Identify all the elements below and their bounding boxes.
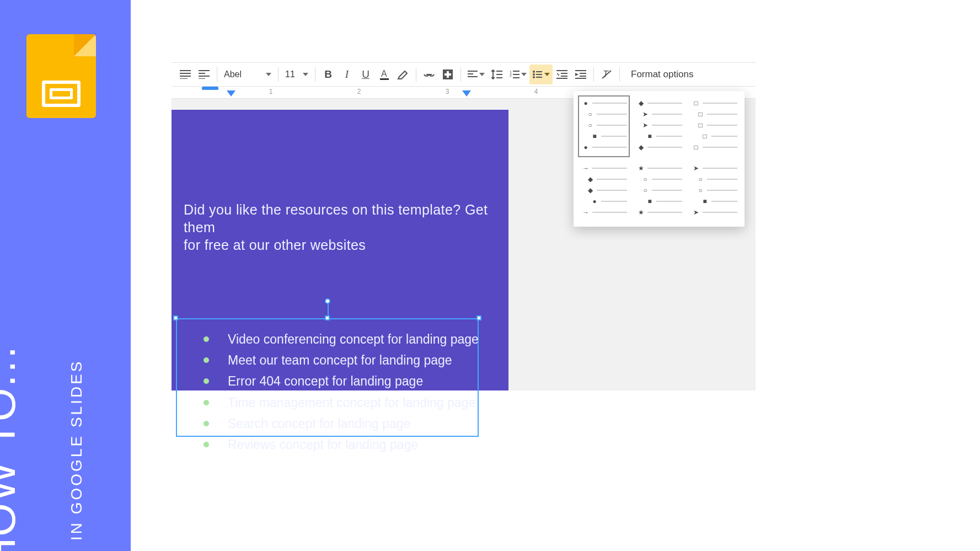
toolbar-divider [460,67,461,82]
preset-line [707,179,737,180]
chevron-down-icon [521,73,527,76]
resize-handle-nw[interactable] [173,315,178,320]
list-item: Video conferencing concept for landing p… [204,330,479,348]
line-spacing-button[interactable] [488,65,506,84]
resize-handle-ne[interactable] [476,315,481,320]
list-item: Time management concept for landing page [204,394,479,411]
preset-glyph: → [582,208,590,216]
bullet-presets-popup: ●○○■●◆➤➤■◆□□□□□→◆◆●→★○○■★➤○○■➤ [574,91,745,227]
svg-rect-29 [536,71,542,72]
chevron-down-icon [266,73,271,76]
preset-line [647,147,682,148]
align-dropdown[interactable] [464,65,488,84]
preset-glyph: ● [591,197,598,205]
chevron-down-icon [544,73,550,76]
numbered-list-dropdown[interactable]: 12 [506,65,529,84]
logo-inner-frame [42,81,81,107]
toolbar-divider [416,67,416,82]
bullet-preset-option[interactable]: →◆◆●→ [578,161,630,222]
insert-comment-button[interactable] [438,65,457,84]
bulleted-list-dropdown[interactable] [529,65,553,84]
list-item: Reviews concept for landing page [204,436,479,453]
right-indent-marker[interactable] [462,90,471,97]
bullet-preset-option[interactable]: ★○○■★ [633,161,685,222]
svg-point-26 [533,71,535,73]
preset-glyph: □ [697,110,704,118]
svg-rect-19 [496,74,502,75]
resize-handle-n[interactable] [325,315,330,320]
svg-rect-9 [380,78,389,80]
preset-glyph: ➤ [692,208,700,216]
preset-line [652,125,682,126]
preset-line [703,212,737,213]
bold-button[interactable]: B [319,65,338,84]
bullet-preset-option[interactable]: ◆➤➤■◆ [633,95,685,157]
preset-glyph: □ [701,132,709,140]
highlight-button[interactable] [394,65,413,84]
selected-textbox[interactable]: Video conferencing concept for landing p… [176,318,479,437]
format-options-button[interactable]: Format options [623,65,701,84]
preset-line [647,168,682,169]
ruler-tick: 1 [269,88,273,95]
bullet-preset-option[interactable]: □□□□□ [688,95,740,157]
preset-line [652,114,682,115]
clear-formatting-button[interactable]: T [597,65,616,84]
preset-glyph: ➤ [692,164,700,172]
svg-rect-16 [468,73,473,74]
svg-rect-11 [426,74,432,75]
preset-glyph: ◆ [586,175,594,183]
paragraph-style-icon[interactable] [176,65,195,84]
text-color-button[interactable]: A [375,65,394,84]
preset-line [601,201,627,202]
preset-glyph: ○ [586,121,594,129]
first-line-indent-marker[interactable] [202,87,218,90]
toolbar-divider [593,67,594,82]
svg-point-27 [533,73,535,76]
bullet-preset-option[interactable]: ➤○○■➤ [688,161,740,222]
rotation-handle[interactable] [325,298,330,304]
svg-rect-34 [561,76,567,77]
bulleted-list[interactable]: Video conferencing concept for landing p… [204,330,479,457]
svg-rect-1 [180,73,191,74]
slide-heading[interactable]: Did you like the resources on this templ… [184,201,508,254]
svg-rect-5 [199,73,205,74]
svg-marker-41 [575,73,579,76]
bullet-preset-option[interactable]: ●○○■● [578,95,630,157]
svg-rect-35 [556,78,567,79]
howto-subtitle: IN GOOGLE SLIDES [68,359,85,541]
font-size-dropdown[interactable]: 11 [282,66,312,83]
svg-rect-30 [536,74,542,75]
svg-rect-32 [556,70,567,71]
preset-glyph: □ [692,143,700,151]
preset-glyph: ■ [591,132,598,140]
left-indent-marker[interactable] [227,90,235,97]
preset-glyph: □ [697,121,704,129]
preset-line [652,190,682,191]
preset-line [656,136,682,137]
svg-marker-10 [398,71,407,79]
preset-glyph: ■ [701,197,709,205]
preset-line [597,179,627,180]
increase-indent-button[interactable] [571,65,590,84]
google-slides-logo [26,34,96,118]
italic-button[interactable]: I [338,65,356,84]
svg-rect-38 [580,73,586,74]
preset-line [711,201,737,202]
svg-rect-25 [513,77,520,78]
ruler-tick: 3 [446,88,449,95]
font-family-dropdown[interactable]: Abel [221,66,275,83]
decrease-indent-button[interactable] [553,65,571,84]
preset-glyph: ◆ [637,99,645,107]
list-item: Search concept for landing page [204,415,479,432]
slide-canvas[interactable]: Did you like the resources on this templ… [172,110,508,390]
underline-button[interactable]: U [356,65,375,84]
svg-rect-4 [199,70,210,71]
preset-glyph: ○ [697,175,704,183]
paragraph-style-alt-icon[interactable] [195,65,213,84]
preset-glyph: → [582,164,590,172]
insert-link-button[interactable] [420,65,438,84]
bullet-dot [204,400,209,405]
bullet-dot [204,442,209,447]
preset-glyph: ◆ [637,143,645,151]
bullet-dot [204,421,209,426]
